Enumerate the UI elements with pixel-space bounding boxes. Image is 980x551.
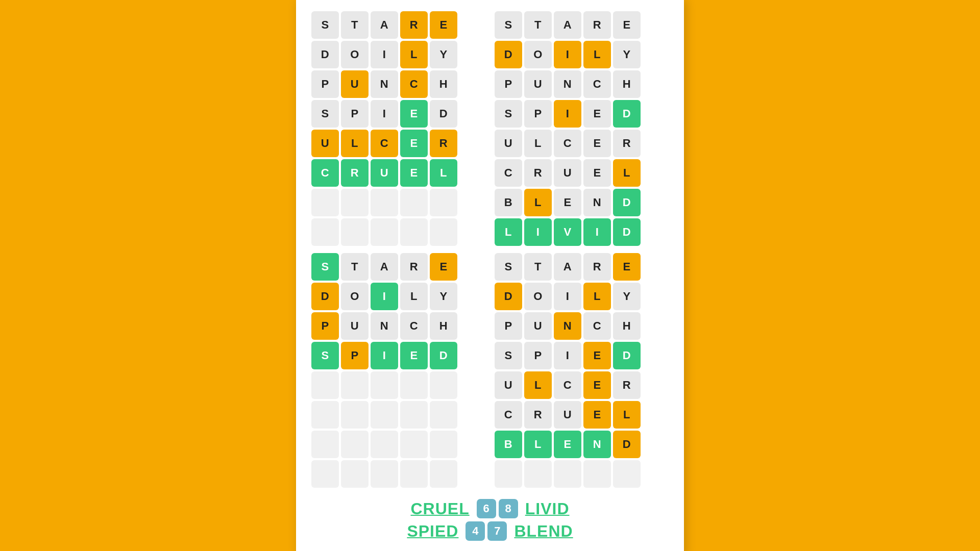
cell: T	[341, 11, 369, 39]
cell: P	[311, 312, 339, 340]
cell-empty	[371, 189, 398, 216]
cell: T	[341, 253, 369, 281]
cell: P	[341, 100, 369, 128]
cell: P	[311, 70, 339, 98]
grid-row: S P I E D	[495, 342, 669, 369]
cell: D	[430, 342, 457, 369]
cell: P	[524, 100, 552, 128]
cell: S	[311, 253, 339, 281]
grid-row: P U N C H	[495, 70, 669, 98]
cell: O	[341, 283, 369, 310]
cell: C	[495, 159, 522, 187]
cell: T	[524, 11, 552, 39]
cell: I	[554, 283, 581, 310]
main-card: S T A R E D O I L Y P U N C H	[296, 0, 684, 551]
cell: Y	[613, 283, 641, 310]
grid-row: C R U E L	[495, 159, 669, 187]
cell: U	[341, 312, 369, 340]
cell: C	[583, 312, 611, 340]
cell: R	[583, 253, 611, 281]
grid-row: S T A R E	[311, 11, 485, 39]
grid-row: U L C E R	[495, 371, 669, 399]
cell-empty	[371, 401, 398, 429]
cell: P	[524, 342, 552, 369]
cell: L	[524, 189, 552, 216]
grid-top-left: S T A R E D O I L Y P U N C H	[311, 11, 485, 246]
cell: Y	[613, 41, 641, 68]
cell: Y	[430, 41, 457, 68]
cell-empty	[430, 218, 457, 246]
cell: E	[430, 253, 457, 281]
cell-empty	[430, 401, 457, 429]
cell: U	[554, 159, 581, 187]
cell: Y	[430, 283, 457, 310]
cell: D	[430, 100, 457, 128]
grid-row: U L C E R	[311, 130, 485, 157]
cell-empty	[311, 189, 339, 216]
grid-top-right: S T A R E D O I L Y P U N C H	[495, 11, 669, 246]
cell: R	[583, 11, 611, 39]
cell: E	[583, 159, 611, 187]
cell: A	[371, 11, 398, 39]
cell: I	[554, 41, 581, 68]
grid-row-blank	[311, 189, 485, 216]
cell: E	[613, 11, 641, 39]
cell: L	[430, 159, 457, 187]
cell: C	[495, 401, 522, 429]
cell: L	[400, 283, 428, 310]
cell-empty	[311, 431, 339, 458]
cell-empty	[371, 218, 398, 246]
cell: R	[524, 401, 552, 429]
cell: A	[554, 11, 581, 39]
cell: E	[583, 130, 611, 157]
cell: S	[311, 342, 339, 369]
cell: D	[613, 218, 641, 246]
grid-row: P U N C H	[311, 70, 485, 98]
cell: E	[400, 342, 428, 369]
cell-empty	[400, 460, 428, 488]
cell: D	[613, 342, 641, 369]
cell: R	[613, 371, 641, 399]
cell: E	[400, 100, 428, 128]
cell: I	[524, 218, 552, 246]
grid-row: S P I E D	[311, 100, 485, 128]
grid-row: S T A R E	[495, 253, 669, 281]
grids-area: S T A R E D O I L Y P U N C H	[311, 11, 669, 488]
cell: L	[524, 431, 552, 458]
cell: C	[554, 371, 581, 399]
score-badge-7: 7	[487, 521, 507, 541]
cell: N	[554, 70, 581, 98]
bottom-bar: CRUEL 6 8 LIVID SPIED 4 7 BLEND	[407, 499, 573, 541]
cell: U	[311, 130, 339, 157]
cell: I	[371, 100, 398, 128]
grid-row: S T A R E	[311, 253, 485, 281]
cell: R	[524, 159, 552, 187]
cell: U	[495, 130, 522, 157]
grid-row: P U N C H	[311, 312, 485, 340]
cell-empty	[583, 460, 611, 488]
cell: E	[400, 159, 428, 187]
cell: H	[430, 312, 457, 340]
cell: I	[583, 218, 611, 246]
cell: C	[400, 312, 428, 340]
grid-row-blank	[311, 460, 485, 488]
cell: H	[430, 70, 457, 98]
score-badges-spied: 4 7	[465, 521, 507, 541]
cell: S	[495, 100, 522, 128]
cell: E	[583, 371, 611, 399]
cell: U	[524, 70, 552, 98]
grid-row: D O I L Y	[495, 283, 669, 310]
cell: L	[524, 130, 552, 157]
cell-empty	[524, 460, 552, 488]
grid-row-blank	[311, 401, 485, 429]
grid-row: B L E N D	[495, 431, 669, 458]
cell: D	[495, 283, 522, 310]
cell: N	[583, 431, 611, 458]
grid-row: B L E N D	[495, 189, 669, 216]
cell-empty	[341, 371, 369, 399]
answer-row-1: CRUEL 6 8 LIVID	[411, 499, 570, 518]
cell-empty	[341, 401, 369, 429]
cell-empty	[430, 460, 457, 488]
cell: C	[554, 130, 581, 157]
cell: I	[371, 41, 398, 68]
